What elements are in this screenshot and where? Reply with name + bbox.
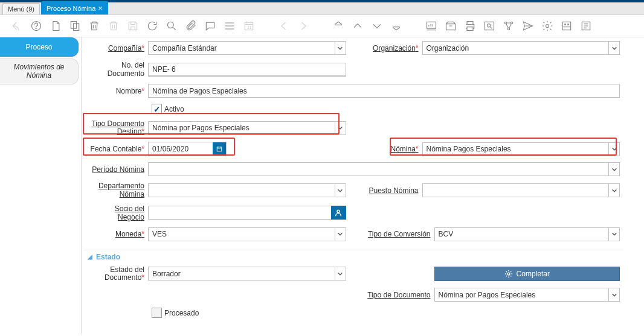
combo-value: Nómina Pagos Especiales <box>423 143 609 156</box>
info-icon[interactable] <box>580 20 592 32</box>
up-icon[interactable] <box>352 20 364 32</box>
archive-icon[interactable] <box>445 20 457 32</box>
combo-puesto-nomina[interactable] <box>422 183 620 197</box>
label-organizacion: Organización* <box>362 44 422 52</box>
combo-tipo-conversion[interactable]: BCV <box>434 227 620 241</box>
input-nombre[interactable]: Nómina de Pagos Especiales <box>148 84 620 98</box>
svg-point-22 <box>337 210 340 212</box>
label-estado-documento: Estado delDocumento* <box>88 266 148 282</box>
tab-menu[interactable]: Menú (9) <box>2 3 40 14</box>
back-icon[interactable] <box>11 20 23 32</box>
combo-nomina[interactable]: Nómina Pagos Especiales <box>422 142 620 156</box>
toolbar: 31 <box>0 15 644 37</box>
svg-point-9 <box>488 24 491 27</box>
report-icon[interactable] <box>425 20 437 32</box>
svg-text:31: 31 <box>247 25 252 30</box>
label-activo: Activo <box>164 105 184 113</box>
delete-all-icon[interactable] <box>108 20 120 32</box>
combo-value <box>149 163 608 176</box>
chevron-down-icon[interactable] <box>335 228 346 241</box>
section-estado[interactable]: ◢ Estado <box>88 253 620 261</box>
date-fecha-contable[interactable]: 01/06/2020 <box>148 142 227 156</box>
sidebar-item-proceso[interactable]: Proceso <box>0 37 79 57</box>
refresh-icon[interactable] <box>146 20 158 32</box>
chevron-down-icon[interactable] <box>608 163 619 176</box>
svg-point-16 <box>568 24 569 25</box>
sidebar-item-label: Movimientos de Nómina <box>13 63 64 80</box>
checkbox-procesado[interactable] <box>152 308 162 318</box>
close-icon[interactable]: × <box>98 4 103 13</box>
chevron-down-icon[interactable] <box>608 184 619 197</box>
combo-tipo-documento[interactable]: Nómina por Pagos Especiales <box>434 288 620 302</box>
form-area: Compañía* Compañía Estándar Organización… <box>82 37 644 334</box>
combo-moneda[interactable]: VES <box>148 227 346 241</box>
help-icon[interactable] <box>30 20 42 32</box>
chevron-down-icon[interactable] <box>335 184 346 197</box>
chevron-down-icon[interactable] <box>335 42 346 54</box>
chevron-down-icon[interactable] <box>335 122 346 135</box>
combo-value: Organización <box>423 42 609 54</box>
svg-rect-18 <box>217 147 222 151</box>
label-tipo-doc-destino: Tipo DocumentoDestino* <box>88 120 148 136</box>
combo-value: Compañía Estándar <box>149 42 335 54</box>
label-puesto-nomina: Puesto Nómina <box>362 186 422 195</box>
tab-bar: Menú (9) Proceso Nómina × <box>0 2 644 15</box>
chevron-down-icon[interactable] <box>608 143 619 156</box>
combo-value <box>423 184 609 197</box>
svg-point-15 <box>565 24 566 25</box>
sidebar-item-label: Proceso <box>25 43 52 51</box>
combo-organizacion[interactable]: Organización <box>422 41 620 55</box>
combo-compania[interactable]: Compañía Estándar <box>148 41 346 55</box>
combo-periodo-nomina[interactable] <box>148 162 620 176</box>
gear-icon[interactable] <box>541 20 553 32</box>
combo-value <box>149 184 335 197</box>
zoom-doc-icon[interactable] <box>483 20 495 32</box>
checkbox-activo[interactable] <box>152 104 162 114</box>
gear-icon <box>504 270 513 278</box>
svg-point-1 <box>36 28 36 29</box>
combo-departamento[interactable] <box>148 183 346 197</box>
chevron-down-icon[interactable] <box>335 267 346 280</box>
chevron-down-icon[interactable] <box>608 228 619 241</box>
search-icon[interactable] <box>166 20 178 32</box>
chat-icon[interactable] <box>204 20 216 32</box>
attach-icon[interactable] <box>185 20 197 32</box>
svg-point-12 <box>507 28 509 30</box>
combo-value: Nómina por Pagos Especiales <box>435 288 609 301</box>
next-icon[interactable] <box>297 20 309 32</box>
copy-icon[interactable] <box>69 20 81 32</box>
calendar-icon[interactable]: 31 <box>243 20 255 32</box>
label-no-documento: No. del Documento <box>88 61 148 78</box>
svg-point-23 <box>507 273 510 275</box>
combo-value: BCV <box>435 228 609 241</box>
label-nombre: Nombre* <box>88 87 148 95</box>
label-socio-negocio: Socio del Negocio <box>88 204 148 221</box>
delete-icon[interactable] <box>88 20 100 32</box>
chevron-down-icon[interactable] <box>608 288 619 301</box>
chevron-down-icon[interactable] <box>608 42 619 54</box>
calendar-icon[interactable] <box>213 142 226 156</box>
first-icon[interactable] <box>332 20 344 32</box>
svg-point-4 <box>167 22 173 28</box>
svg-rect-14 <box>562 22 570 30</box>
tab-proceso-nomina[interactable]: Proceso Nómina × <box>41 1 108 14</box>
save-icon[interactable] <box>127 20 139 32</box>
down-icon[interactable] <box>371 20 383 32</box>
combo-tipo-doc-destino[interactable]: Nómina por Pagos Especiales <box>148 121 346 135</box>
print-icon[interactable] <box>464 20 476 32</box>
list-icon[interactable] <box>224 20 236 32</box>
label-tipo-conversion: Tipo de Conversión <box>362 230 434 238</box>
sidebar-item-movimientos[interactable]: Movimientos de Nómina <box>0 59 79 84</box>
input-socio-negocio[interactable] <box>148 206 332 220</box>
bpartner-icon[interactable] <box>331 206 346 220</box>
send-icon[interactable] <box>522 20 534 32</box>
new-icon[interactable] <box>50 20 62 32</box>
prev-icon[interactable] <box>278 20 290 32</box>
last-icon[interactable] <box>390 20 402 32</box>
combo-estado-documento[interactable]: Borrador <box>148 267 346 281</box>
label-nomina: Nómina* <box>362 145 422 153</box>
workflow-icon[interactable] <box>503 20 515 32</box>
product-icon[interactable] <box>561 20 573 32</box>
input-no-documento: NPE- 6 <box>148 63 346 77</box>
completar-button[interactable]: Completar <box>434 267 620 281</box>
